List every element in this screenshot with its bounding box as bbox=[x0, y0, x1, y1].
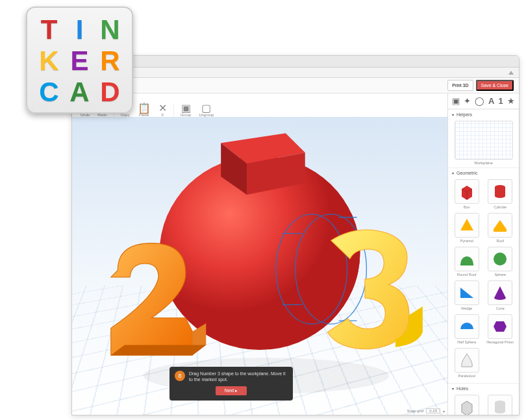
shape-thumb bbox=[488, 179, 512, 204]
shape-roof[interactable]: Roof bbox=[484, 212, 517, 244]
svg-point-4 bbox=[495, 194, 505, 198]
shape-thumb bbox=[455, 213, 479, 238]
panel-cube-icon[interactable]: ▣ bbox=[452, 96, 460, 106]
shape-paraboloid[interactable]: Paraboloid bbox=[451, 347, 483, 379]
shape-thumb bbox=[455, 395, 479, 415]
tinkercad-logo-card: TINKERCAD bbox=[26, 6, 133, 114]
snap-grid-label: Snap grid bbox=[407, 409, 424, 413]
ungroup-icon: ▢ bbox=[201, 103, 211, 112]
group-icon: ▣ bbox=[181, 103, 191, 112]
shape-thumb bbox=[488, 314, 512, 339]
svg-point-5 bbox=[494, 253, 507, 266]
group-button[interactable]: ▣ Group bbox=[177, 103, 195, 117]
logo-letter: N bbox=[95, 14, 125, 45]
geometric-section-header[interactable]: Geometric bbox=[448, 167, 519, 177]
url-field[interactable]: 75/edit bbox=[95, 70, 505, 75]
shapes-panel: ▣ ✦ ◯ A 1 ★ Helpers Workplane Geometric … bbox=[447, 93, 519, 415]
shape-cylinder-hole[interactable]: Cylinder Hole bbox=[484, 393, 517, 415]
shape-thumb bbox=[488, 247, 512, 271]
browser-url-bar: 75/edit bbox=[72, 68, 519, 78]
shape-wedge[interactable]: Wedge bbox=[451, 279, 483, 312]
panel-category-icons: ▣ ✦ ◯ A 1 ★ bbox=[448, 93, 519, 109]
shape-thumb bbox=[455, 280, 479, 305]
holes-section-header[interactable]: Holes bbox=[448, 383, 519, 392]
helpers-section-header[interactable]: Helpers bbox=[448, 109, 519, 118]
lesson-step-badge: 8 bbox=[175, 371, 185, 381]
workplane-canvas[interactable]: 8 Drag Number 3 shape to the workplane. … bbox=[72, 117, 447, 415]
logo-letter: D bbox=[95, 77, 125, 108]
logo-letter: I bbox=[64, 14, 95, 45]
paste-button[interactable]: 📋 Paste bbox=[134, 103, 154, 117]
panel-star-icon[interactable]: ★ bbox=[507, 96, 515, 106]
shape-half-sphere[interactable]: Half Sphere bbox=[451, 313, 483, 345]
shape-hexagonal-prism[interactable]: Hexagonal Prism bbox=[484, 313, 517, 345]
svg-point-8 bbox=[495, 410, 505, 414]
panel-letter-icon[interactable]: A bbox=[488, 96, 494, 106]
workplane-helper-item[interactable] bbox=[455, 121, 513, 160]
bookmark-icon[interactable] bbox=[508, 71, 514, 75]
chevron-down-icon[interactable]: ▾ bbox=[443, 409, 445, 414]
print-3d-button[interactable]: Print 3D bbox=[447, 80, 473, 91]
lesson-next-button[interactable]: Next ▸ bbox=[216, 386, 247, 395]
shape-cylinder[interactable]: Cylinder bbox=[484, 178, 517, 210]
shape-thumb bbox=[455, 247, 479, 271]
lesson-popup: 8 Drag Number 3 shape to the workplane. … bbox=[169, 367, 293, 401]
lesson-text: Drag Number 3 shape to the workplane. Mo… bbox=[189, 371, 286, 382]
shape-round-roof[interactable]: Round Roof bbox=[451, 245, 483, 278]
logo-letter: R bbox=[95, 45, 125, 77]
shape-thumb bbox=[488, 280, 512, 305]
browser-tab-bar bbox=[72, 56, 519, 68]
logo-letter: C bbox=[34, 77, 64, 108]
browser-window: 75/edit Print 3D Save & Close Autosaved … bbox=[71, 55, 520, 415]
delete-icon: ✕ bbox=[158, 103, 167, 112]
shape-thumb bbox=[488, 395, 512, 415]
shape-sphere[interactable]: Sphere bbox=[484, 245, 517, 278]
delete-button[interactable]: ✕ X bbox=[155, 103, 170, 117]
shape-thumb bbox=[488, 213, 512, 238]
shape-cone[interactable]: Cone bbox=[484, 279, 517, 312]
panel-shapes-icon[interactable]: ◯ bbox=[475, 96, 484, 106]
panel-bulb-icon[interactable]: ✦ bbox=[464, 96, 471, 106]
shape-thumb bbox=[455, 348, 479, 373]
shape-thumb bbox=[455, 314, 479, 339]
shape-box[interactable]: Box bbox=[451, 178, 483, 210]
shape-thumb bbox=[455, 179, 479, 204]
logo-letter: K bbox=[34, 45, 64, 77]
ungroup-button[interactable]: ▢ Ungroup bbox=[195, 103, 217, 117]
paste-icon: 📋 bbox=[138, 103, 151, 112]
canvas-footer: Snap grid 0.25 ▾ bbox=[407, 408, 445, 414]
snap-grid-value[interactable]: 0.25 bbox=[426, 408, 440, 414]
app-header: Print 3D Save & Close bbox=[72, 78, 519, 93]
shape-pyramid[interactable]: Pyramid bbox=[451, 212, 483, 244]
panel-number-icon[interactable]: 1 bbox=[498, 96, 503, 106]
logo-letter: E bbox=[64, 45, 95, 77]
shape-box-hole[interactable]: Box Hole bbox=[451, 393, 483, 415]
logo-letter: A bbox=[64, 77, 95, 108]
logo-letter: T bbox=[34, 14, 64, 45]
save-close-button[interactable]: Save & Close bbox=[476, 80, 514, 91]
